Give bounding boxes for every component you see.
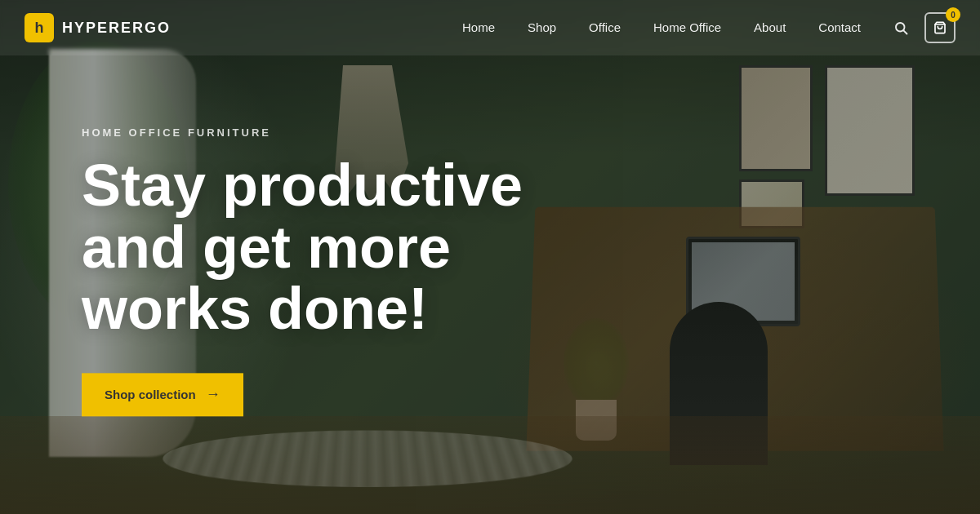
nav-item-contact[interactable]: Contact (818, 20, 861, 35)
nav-links: Home Shop Office Home Office About Conta… (462, 20, 861, 35)
cart-icon (933, 21, 947, 34)
hero-subtitle: HOME OFFICE FURNITURE (82, 126, 523, 139)
hero-title: Stay productive and get more works done! (82, 155, 523, 340)
navbar: h HYPERERGO Home Shop Office Home Office… (0, 0, 980, 55)
logo-icon: h (24, 13, 54, 42)
hero-title-line2: and get more (82, 215, 451, 280)
shop-btn-label: Shop collection (105, 388, 196, 401)
shop-collection-button[interactable]: Shop collection → (82, 373, 243, 416)
shop-btn-arrow: → (206, 386, 220, 403)
nav-link-office[interactable]: Office (589, 20, 621, 34)
nav-link-shop[interactable]: Shop (528, 20, 556, 34)
nav-link-contact[interactable]: Contact (818, 20, 861, 34)
nav-item-shop[interactable]: Shop (528, 20, 556, 35)
nav-link-about[interactable]: About (754, 20, 786, 34)
nav-item-home-office[interactable]: Home Office (653, 20, 721, 35)
hero-title-line1: Stay productive (82, 153, 523, 218)
nav-item-home[interactable]: Home (462, 20, 495, 35)
logo-link[interactable]: h HYPERERGO (24, 13, 171, 42)
svg-line-1 (903, 30, 906, 33)
brand-name: HYPERERGO (62, 20, 171, 37)
logo-letter: h (35, 20, 44, 37)
hero-title-line3: works done! (82, 277, 428, 342)
nav-actions: 0 (893, 12, 956, 43)
search-icon (893, 20, 908, 35)
nav-item-about[interactable]: About (754, 20, 786, 35)
nav-link-home-office[interactable]: Home Office (653, 20, 721, 34)
search-button[interactable] (893, 20, 908, 35)
hero-section: h HYPERERGO Home Shop Office Home Office… (0, 0, 980, 514)
nav-item-office[interactable]: Office (589, 20, 621, 35)
nav-link-home[interactable]: Home (462, 20, 495, 34)
cart-badge: 0 (946, 7, 960, 22)
hero-content: HOME OFFICE FURNITURE Stay productive an… (82, 126, 523, 416)
cart-button[interactable]: 0 (924, 12, 956, 43)
